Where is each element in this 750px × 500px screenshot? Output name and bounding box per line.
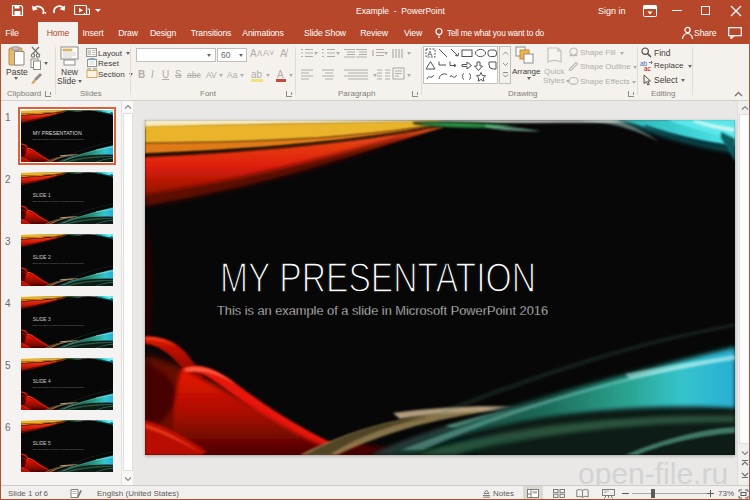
svg-text:ac: ac: [644, 65, 652, 72]
svg-text:This is an example of a slide: This is an example of a slide in Microso…: [32, 448, 84, 451]
svg-text:MY PRESENTATION: MY PRESENTATION: [33, 130, 82, 136]
svg-text:SLIDE 1: SLIDE 1: [33, 193, 51, 198]
svg-text:SLIDE 2: SLIDE 2: [33, 255, 51, 260]
svg-text:This is an example of a slide: This is an example of a slide in Microso…: [32, 200, 84, 203]
svg-text:SLIDE 5: SLIDE 5: [33, 441, 51, 446]
svg-text:SLIDE 4: SLIDE 4: [33, 379, 51, 384]
svg-text:MY PRESENTATION: MY PRESENTATION: [220, 254, 536, 301]
svg-text:This is an example of a slide: This is an example of a slide in Microso…: [217, 303, 548, 318]
svg-text:A: A: [428, 50, 433, 57]
svg-text:This is an example of a slide: This is an example of a slide in Microso…: [32, 138, 84, 141]
svg-text:This is an example of a slide: This is an example of a slide in Microso…: [32, 262, 84, 265]
svg-text:SLIDE 3: SLIDE 3: [33, 317, 51, 322]
svg-text:This is an example of a slide: This is an example of a slide in Microso…: [32, 386, 84, 389]
svg-text:This is an example of a slide: This is an example of a slide in Microso…: [32, 324, 84, 327]
